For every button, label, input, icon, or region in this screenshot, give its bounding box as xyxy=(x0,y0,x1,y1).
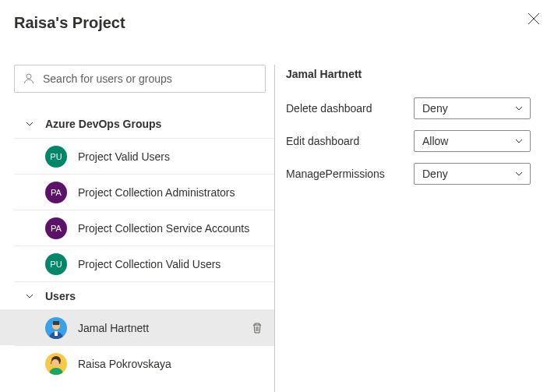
group-item[interactable]: PA Project Collection Service Accounts xyxy=(14,210,274,245)
avatar: PA xyxy=(45,217,67,239)
avatar xyxy=(45,317,67,339)
chevron-down-icon xyxy=(514,136,524,146)
permission-dropdown[interactable]: Deny xyxy=(414,97,531,119)
avatar: PU xyxy=(45,253,67,275)
group-item-name: Project Valid Users xyxy=(78,150,170,163)
detail-user-name: Jamal Hartnett xyxy=(286,68,531,80)
permission-label: Edit dashboard xyxy=(286,135,359,147)
group-item[interactable]: PU Project Collection Valid Users xyxy=(14,245,274,281)
delete-button[interactable] xyxy=(251,322,263,334)
svg-rect-4 xyxy=(55,331,58,336)
chevron-down-icon xyxy=(14,291,45,301)
trash-icon xyxy=(251,322,263,334)
close-icon xyxy=(528,12,540,25)
avatar: PA xyxy=(45,182,67,203)
user-item-name: Raisa Pokrovskaya xyxy=(78,358,171,370)
permission-row: Edit dashboard Allow xyxy=(286,130,531,152)
permission-row: Delete dashboard Deny xyxy=(286,97,531,119)
permission-label: ManagePermissions xyxy=(286,168,385,180)
avatar xyxy=(45,353,67,375)
permission-dropdown[interactable]: Deny xyxy=(414,163,531,185)
divider xyxy=(274,65,275,392)
group-item[interactable]: PA Project Collection Administrators xyxy=(14,174,274,210)
user-item-name: Jamal Hartnett xyxy=(78,322,149,334)
close-button[interactable] xyxy=(524,9,543,28)
search-input[interactable] xyxy=(41,72,257,86)
left-panel: Azure DevOps Groups PU Project Valid Use… xyxy=(0,65,274,392)
group-item[interactable]: PU Project Valid Users xyxy=(14,138,274,174)
page-title: Raisa's Project xyxy=(0,0,554,32)
dropdown-value: Deny xyxy=(422,168,448,180)
dropdown-value: Allow xyxy=(422,135,448,147)
chevron-down-icon xyxy=(14,119,45,129)
search-input-container[interactable] xyxy=(14,65,266,93)
user-item[interactable]: Jamal Hartnett xyxy=(0,309,274,345)
group-item-name: Project Collection Service Accounts xyxy=(78,222,249,235)
group-label: Users xyxy=(45,290,76,302)
avatar: PU xyxy=(45,146,67,168)
permission-row: ManagePermissions Deny xyxy=(286,163,531,185)
person-icon xyxy=(23,72,35,85)
group-item-name: Project Collection Administrators xyxy=(78,186,235,199)
right-panel: Jamal Hartnett Delete dashboard Deny Edi… xyxy=(286,65,554,392)
svg-rect-3 xyxy=(53,321,59,325)
dropdown-value: Deny xyxy=(422,102,448,115)
group-label: Azure DevOps Groups xyxy=(45,118,161,130)
svg-point-0 xyxy=(26,74,31,79)
chevron-down-icon xyxy=(514,169,524,178)
user-item[interactable]: Raisa Pokrovskaya xyxy=(14,345,274,381)
group-item-name: Project Collection Valid Users xyxy=(78,258,221,270)
permission-label: Delete dashboard xyxy=(286,102,372,115)
permission-dropdown[interactable]: Allow xyxy=(414,130,531,152)
group-header-azure[interactable]: Azure DevOps Groups xyxy=(14,110,274,138)
chevron-down-icon xyxy=(514,104,524,113)
group-header-users[interactable]: Users xyxy=(14,281,274,309)
